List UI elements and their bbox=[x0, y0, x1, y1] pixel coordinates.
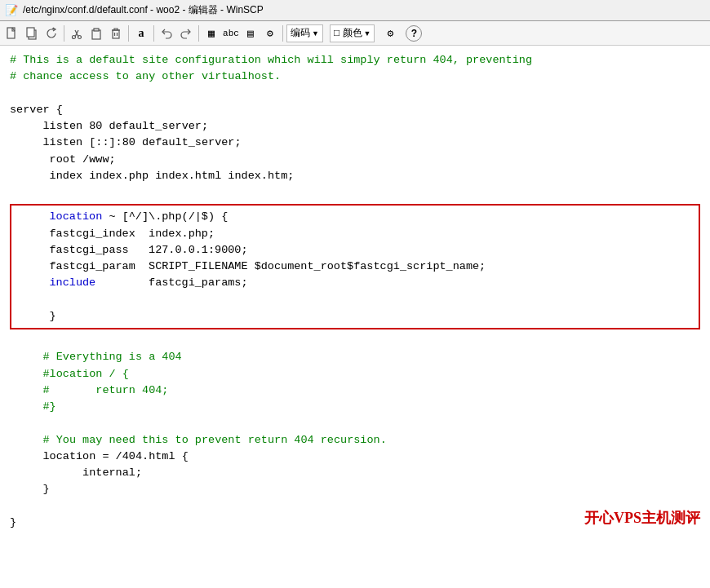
code-line: #location / { bbox=[10, 366, 700, 382]
sep4 bbox=[198, 25, 199, 42]
watermark: 开心VPS主机测评 bbox=[584, 507, 700, 529]
code-line: #} bbox=[10, 399, 700, 415]
svg-rect-2 bbox=[27, 28, 34, 37]
editor-area[interactable]: # This is a default site configuration w… bbox=[0, 46, 710, 537]
refresh-button[interactable] bbox=[42, 24, 60, 42]
code-dropdown[interactable]: 编码 ▼ bbox=[286, 24, 323, 42]
mark-button[interactable]: ▤ bbox=[242, 24, 260, 42]
cut-button[interactable] bbox=[68, 24, 86, 42]
code-line: internal; bbox=[10, 465, 700, 481]
code-line: location ~ [^/]\.php(/|$) { bbox=[16, 209, 694, 225]
highlight-block: location ~ [^/]\.php(/|$) { fastcgi_inde… bbox=[10, 204, 700, 329]
grid-button[interactable]: ▦ bbox=[202, 24, 220, 42]
svg-point-4 bbox=[78, 35, 82, 38]
title-bar: 📝 /etc/nginx/conf.d/default.conf - woo2 … bbox=[0, 0, 710, 21]
code-line: server { bbox=[10, 102, 700, 118]
code-line bbox=[10, 86, 700, 102]
code-line: # chance access to any other virtualhost… bbox=[10, 69, 700, 85]
sep1 bbox=[64, 25, 64, 42]
paste-button[interactable] bbox=[87, 24, 105, 42]
code-line bbox=[16, 292, 694, 308]
main-content: # This is a default site configuration w… bbox=[0, 46, 710, 588]
code-line: fastcgi_pass 127.0.0.1:9000; bbox=[16, 242, 694, 259]
title-text: /etc/nginx/conf.d/default.conf - woo2 - … bbox=[23, 3, 264, 17]
help-button[interactable]: ? bbox=[406, 25, 422, 42]
new-button[interactable] bbox=[3, 24, 21, 42]
redo-button[interactable] bbox=[177, 24, 195, 42]
code-line: fastcgi_index index.php; bbox=[16, 226, 694, 242]
color-dropdown[interactable]: □ 颜色 ▼ bbox=[330, 24, 375, 42]
undo-button[interactable] bbox=[158, 24, 175, 42]
code-line: location = /404.html { bbox=[10, 449, 700, 465]
app-icon: 📝 bbox=[5, 4, 18, 17]
code-line: include fastcgi_params; bbox=[16, 275, 694, 291]
color-dropdown-arrow: ▼ bbox=[364, 29, 371, 38]
sep2 bbox=[128, 25, 129, 42]
code-line: listen 80 default_server; bbox=[10, 118, 700, 135]
svg-rect-5 bbox=[92, 30, 100, 39]
code-line: # This is a default site configuration w… bbox=[10, 52, 700, 69]
svg-rect-7 bbox=[113, 30, 119, 38]
code-line: root /www; bbox=[10, 152, 700, 168]
code-line: } bbox=[16, 308, 694, 325]
svg-rect-6 bbox=[94, 29, 99, 31]
code-line: listen [::]:80 default_server; bbox=[10, 135, 700, 151]
code-line bbox=[10, 333, 700, 349]
code-line bbox=[10, 184, 700, 201]
toolbar: a ▦ abc ▤ ⚙ 编码 ▼ □ 颜色 ▼ ⚙ ? bbox=[0, 21, 710, 46]
settings-button[interactable]: ⚙ bbox=[381, 24, 399, 42]
code-dropdown-arrow: ▼ bbox=[312, 29, 319, 38]
find-replace-button[interactable]: a bbox=[132, 24, 150, 42]
delete-button[interactable] bbox=[107, 24, 125, 42]
code-line: # You may need this to prevent return 40… bbox=[10, 432, 700, 449]
code-line: fastcgi_param SCRIPT_FILENAME $document_… bbox=[16, 259, 694, 275]
svg-point-3 bbox=[73, 35, 76, 38]
spellcheck-button[interactable]: abc bbox=[222, 24, 240, 42]
code-line bbox=[10, 415, 700, 431]
toolbar-settings-button[interactable]: ⚙ bbox=[261, 24, 279, 42]
sep5 bbox=[282, 25, 283, 42]
code-line: # Everything is a 404 bbox=[10, 349, 700, 365]
code-line: # return 404; bbox=[10, 382, 700, 399]
code-line: } bbox=[10, 481, 700, 497]
sep3 bbox=[153, 25, 154, 42]
copy-button[interactable] bbox=[23, 24, 41, 42]
code-line: index index.php index.html index.htm; bbox=[10, 168, 700, 184]
